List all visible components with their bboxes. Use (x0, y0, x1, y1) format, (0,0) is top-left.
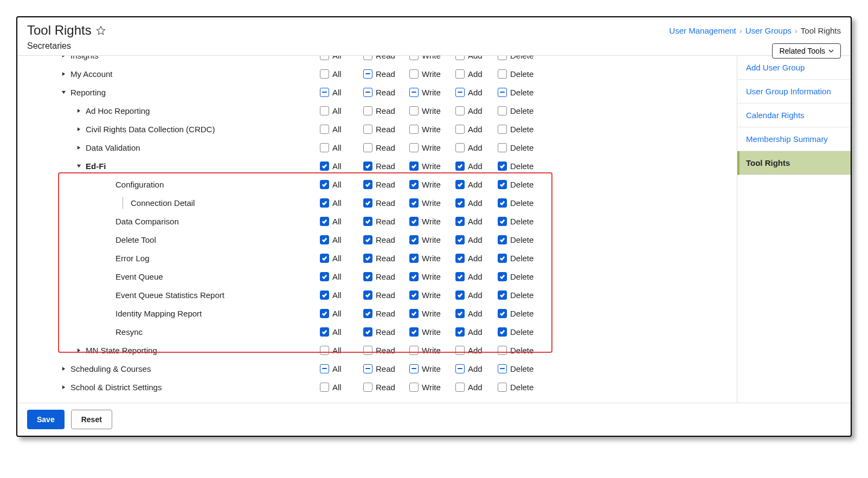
side-nav-item[interactable]: Membership Summary (737, 127, 851, 151)
caret-right-icon[interactable] (61, 366, 66, 371)
checkbox[interactable] (320, 346, 329, 355)
checkbox[interactable] (498, 309, 507, 318)
checkbox[interactable] (363, 143, 372, 152)
breadcrumb-item[interactable]: User Groups (745, 26, 792, 35)
tree-label[interactable]: Reporting (70, 88, 106, 97)
checkbox[interactable] (498, 290, 507, 300)
tree-label[interactable]: Identity Mapping Report (115, 309, 202, 318)
checkbox[interactable] (498, 198, 507, 208)
caret-down-icon[interactable] (61, 90, 66, 95)
checkbox[interactable] (409, 309, 419, 318)
checkbox[interactable] (363, 346, 372, 355)
checkbox[interactable] (320, 162, 329, 171)
checkbox[interactable] (320, 88, 329, 97)
tree-label[interactable]: Event Queue (115, 272, 163, 281)
checkbox[interactable] (409, 69, 419, 79)
checkbox[interactable] (320, 235, 329, 244)
checkbox[interactable] (409, 106, 419, 115)
checkbox[interactable] (363, 309, 372, 318)
checkbox[interactable] (498, 69, 507, 79)
checkbox[interactable] (320, 69, 329, 79)
checkbox[interactable] (363, 272, 372, 281)
checkbox[interactable] (409, 235, 419, 244)
checkbox[interactable] (320, 309, 329, 318)
side-nav-item[interactable]: Tool Rights (737, 151, 851, 175)
checkbox[interactable] (363, 235, 372, 244)
checkbox[interactable] (409, 272, 419, 281)
caret-right-icon[interactable] (76, 145, 81, 150)
checkbox[interactable] (455, 143, 465, 152)
checkbox[interactable] (409, 217, 419, 226)
checkbox[interactable] (320, 180, 329, 189)
checkbox[interactable] (320, 290, 329, 300)
tree-label[interactable]: Data Validation (86, 143, 140, 152)
checkbox[interactable] (320, 272, 329, 281)
checkbox[interactable] (363, 198, 372, 208)
checkbox[interactable] (409, 364, 419, 373)
favorite-star-icon[interactable] (96, 25, 106, 35)
checkbox[interactable] (498, 88, 507, 97)
side-nav-item[interactable]: Add User Group (737, 56, 851, 80)
checkbox[interactable] (498, 106, 507, 115)
checkbox[interactable] (409, 88, 419, 97)
checkbox[interactable] (455, 180, 465, 189)
tree-label[interactable]: MN State Reporting (86, 346, 157, 355)
tree-label[interactable]: School & District Settings (70, 383, 162, 392)
checkbox[interactable] (409, 198, 419, 208)
breadcrumb-item[interactable]: User Management (669, 26, 736, 35)
checkbox[interactable] (498, 327, 507, 337)
checkbox[interactable] (363, 125, 372, 134)
caret-right-icon[interactable] (61, 56, 66, 58)
checkbox[interactable] (498, 162, 507, 171)
checkbox[interactable] (498, 180, 507, 189)
checkbox[interactable] (455, 364, 465, 373)
checkbox[interactable] (320, 327, 329, 337)
tree-label[interactable]: Delete Tool (115, 235, 156, 244)
reset-button[interactable]: Reset (71, 410, 112, 429)
tree-panel[interactable]: InsightsAllReadWriteAddDeleteMy AccountA… (17, 56, 737, 403)
checkbox[interactable] (409, 346, 419, 355)
tree-label[interactable]: Error Log (115, 254, 150, 263)
checkbox[interactable] (455, 272, 465, 281)
checkbox[interactable] (363, 106, 372, 115)
tree-label[interactable]: Connection Detail (131, 198, 195, 208)
checkbox[interactable] (455, 88, 465, 97)
checkbox[interactable] (455, 309, 465, 318)
checkbox[interactable] (455, 56, 465, 60)
checkbox[interactable] (455, 235, 465, 244)
checkbox[interactable] (320, 364, 329, 373)
checkbox[interactable] (455, 69, 465, 79)
checkbox[interactable] (498, 125, 507, 134)
checkbox[interactable] (409, 180, 419, 189)
checkbox[interactable] (409, 143, 419, 152)
checkbox[interactable] (498, 346, 507, 355)
tree-label[interactable]: Event Queue Statistics Report (115, 290, 224, 300)
caret-right-icon[interactable] (76, 108, 81, 113)
checkbox[interactable] (455, 162, 465, 171)
checkbox[interactable] (320, 56, 329, 60)
checkbox[interactable] (363, 327, 372, 337)
checkbox[interactable] (498, 56, 507, 60)
checkbox[interactable] (320, 254, 329, 263)
caret-right-icon[interactable] (76, 127, 81, 132)
checkbox[interactable] (320, 217, 329, 226)
tree-label[interactable]: Ed-Fi (86, 162, 106, 171)
caret-right-icon[interactable] (76, 348, 81, 353)
checkbox[interactable] (498, 235, 507, 244)
checkbox[interactable] (455, 290, 465, 300)
checkbox[interactable] (498, 217, 507, 226)
checkbox[interactable] (320, 143, 329, 152)
checkbox[interactable] (363, 254, 372, 263)
checkbox[interactable] (320, 125, 329, 134)
checkbox[interactable] (363, 217, 372, 226)
side-nav-item[interactable]: User Group Information (737, 80, 851, 104)
caret-right-icon[interactable] (61, 385, 66, 390)
checkbox[interactable] (409, 383, 419, 392)
checkbox[interactable] (363, 290, 372, 300)
checkbox[interactable] (409, 162, 419, 171)
checkbox[interactable] (498, 272, 507, 281)
checkbox[interactable] (409, 254, 419, 263)
checkbox[interactable] (455, 125, 465, 134)
checkbox[interactable] (363, 88, 372, 97)
checkbox[interactable] (455, 198, 465, 208)
